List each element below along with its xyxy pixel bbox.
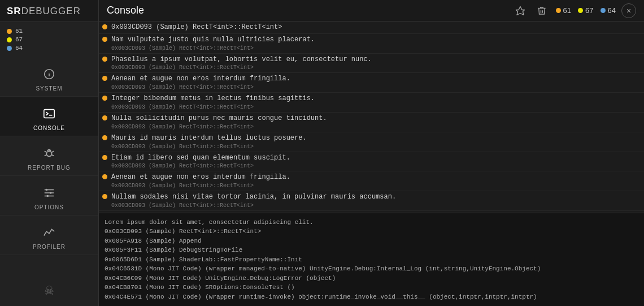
detail-line-8: 0x04CB8701 (Mono JIT Code) SROptions:Con… <box>105 283 638 292</box>
log-dot-orange <box>102 194 107 199</box>
log-entry[interactable]: Integer bibendum metus in lectus finibus… <box>99 93 644 113</box>
topbar-dot-orange <box>556 8 561 13</box>
detail-line-1: Lorem ipsum dolor sit amet, consectetur … <box>105 218 638 227</box>
log-sub-text: 0x003CD093 (Sample) RectT<int>::RectT<in… <box>111 202 639 209</box>
log-entry[interactable]: Etiam id libero sed quam elementum susci… <box>99 152 644 172</box>
log-main-text: Nam vulputate justo quis nulla ultricies… <box>111 35 639 45</box>
log-text-block: Nam vulputate justo quis nulla ultricies… <box>111 35 639 52</box>
log-entry[interactable]: Phasellus a ipsum volutpat, lobortis vel… <box>99 54 644 74</box>
log-dot-orange <box>102 135 107 140</box>
sidebar-item-console[interactable]: CONSOLE <box>0 97 98 136</box>
pin-button[interactable] <box>512 3 529 18</box>
log-sub-text: 0x003CD093 (Sample) RectT<int>::RectT<in… <box>111 162 639 170</box>
log-dot-orange <box>102 24 107 29</box>
close-button[interactable]: × <box>621 3 636 18</box>
log-entry[interactable]: 0x003CD093 (Sample) RectT<int>::RectT<in… <box>99 21 644 34</box>
info-icon <box>39 64 59 84</box>
detail-panel: Lorem ipsum dolor sit amet, consectetur … <box>99 213 644 307</box>
log-text-block: Aenean et augue non eros interdum fringi… <box>111 74 639 91</box>
log-sub-text: 0x003CD093 (Sample) RectT<int>::RectT<in… <box>111 182 639 189</box>
sidebar-label-report-bug: REPORT BUG <box>28 165 71 171</box>
count-orange: 61 <box>15 28 23 35</box>
detail-line-9: 0x04C4E571 (Mono JIT Code) (wrapper runt… <box>105 292 638 302</box>
log-main-text: Nullam sodales nisi vitae tortor lacinia… <box>111 192 639 202</box>
options-icon <box>39 183 59 203</box>
detail-line-3: 0x005FA918 (Sample) Append <box>105 236 638 246</box>
log-dot-orange <box>102 155 107 160</box>
badge-blue: 64 <box>7 45 23 51</box>
log-sub-text: 0x003CD093 (Sample) RectT<int>::RectT<in… <box>111 104 639 111</box>
log-sub-text: 0x003CD093 (Sample) RectT<int>::RectT<in… <box>111 123 639 131</box>
sidebar-label-options: OPTIONS <box>34 204 64 210</box>
log-entry[interactable]: Nullam sodales nisi vitae tortor lacinia… <box>99 191 644 211</box>
log-dot-orange <box>102 57 107 62</box>
trash-icon <box>537 6 547 16</box>
logo-text: SRDEBUGGER <box>7 6 81 17</box>
log-main-text: 0x003CD093 (Sample) RectT<int>::RectT<in… <box>111 23 639 32</box>
svg-point-5 <box>46 151 51 156</box>
log-dot-orange <box>102 76 107 81</box>
log-entry[interactable]: Nam vulputate justo quis nulla ultricies… <box>99 34 644 54</box>
log-dot-orange <box>102 115 107 120</box>
svg-point-14 <box>46 189 48 191</box>
badge-yellow: 67 <box>7 36 23 43</box>
topbar: Console 61 67 64 × <box>99 0 644 21</box>
sidebar-item-report-bug[interactable]: REPORT BUG <box>0 136 98 176</box>
log-sub-text: 0x003CD093 (Sample) RectT<int>::RectT<in… <box>111 84 639 91</box>
clear-button[interactable] <box>533 3 550 18</box>
dot-blue <box>7 46 12 51</box>
sidebar-item-system[interactable]: SYSTEM <box>0 57 98 97</box>
svg-line-8 <box>52 151 54 152</box>
sidebar-label-console: CONSOLE <box>33 125 65 131</box>
logo-debugger: DEBUGGER <box>21 6 81 16</box>
log-text-block: Mauris id mauris interdum tellus luctus … <box>111 133 639 150</box>
log-list[interactable]: 0x003CD093 (Sample) RectT<int>::RectT<in… <box>99 21 644 213</box>
log-text-block: Etiam id libero sed quam elementum susci… <box>111 153 639 170</box>
dot-orange <box>7 29 12 34</box>
sidebar-item-profiler[interactable]: PROFILER <box>0 216 98 255</box>
figure-icon: ☠ <box>39 280 59 300</box>
detail-line-2: 0x003CD093 (Sample) RectT<int>::RectT<in… <box>105 227 638 236</box>
close-icon: × <box>626 6 631 15</box>
log-text-block: Phasellus a ipsum volutpat, lobortis vel… <box>111 55 639 72</box>
svg-point-16 <box>46 195 49 197</box>
profiler-icon <box>39 222 59 243</box>
log-main-text: Integer bibendum metus in lectus finibus… <box>111 94 639 104</box>
console-area: 0x003CD093 (Sample) RectT<int>::RectT<in… <box>99 21 644 306</box>
topbar-count-blue: 64 <box>608 6 616 15</box>
pin-icon <box>515 6 525 16</box>
sidebar-item-options[interactable]: OPTIONS <box>0 176 98 216</box>
log-sub-text: 0x003CD093 (Sample) RectT<int>::RectT<in… <box>111 64 639 71</box>
log-entry[interactable]: Aenean et augue non eros interdum fringi… <box>99 73 644 93</box>
detail-line-6: 0x04C6531D (Mono JIT Code) (wrapper mana… <box>105 264 638 274</box>
svg-line-9 <box>45 155 47 156</box>
log-sub-text: 0x003CD093 (Sample) RectT<int>::RectT<in… <box>111 143 639 150</box>
log-text-block: Nullam sodales nisi vitae tortor lacinia… <box>111 192 639 209</box>
log-entry[interactable]: Mauris id mauris interdum tellus luctus … <box>99 132 644 152</box>
logo-sr: SR <box>7 6 21 16</box>
count-blue-badge: 64 <box>601 6 616 15</box>
badge-orange: 61 <box>7 28 23 35</box>
log-entry[interactable]: Nulla sollicitudin purus nec mauris cong… <box>99 113 644 132</box>
log-main-text: Aenean et augue non eros interdum fringi… <box>111 173 639 182</box>
dot-yellow <box>7 37 12 42</box>
logo: SRDEBUGGER <box>0 0 98 22</box>
svg-point-15 <box>50 192 52 194</box>
log-entry[interactable]: Aenean et augue non eros interdum fringi… <box>99 171 644 191</box>
log-text-block: 0x003CD093 (Sample) RectT<int>::RectT<in… <box>111 23 639 32</box>
count-blue: 64 <box>15 45 23 51</box>
topbar-count-yellow: 67 <box>585 6 593 15</box>
detail-line-7: 0x04CB6C09 (Mono JIT Code) UnityEngine.D… <box>105 274 638 283</box>
svg-line-10 <box>52 155 54 156</box>
sidebar: SRDEBUGGER 61 67 64 SYSTEM CONSOLE <box>0 0 99 306</box>
log-main-text: Phasellus a ipsum volutpat, lobortis vel… <box>111 55 639 64</box>
sidebar-label-profiler: PROFILER <box>33 244 66 250</box>
sidebar-bottom: ☠ <box>0 274 98 306</box>
count-orange-badge: 61 <box>556 6 571 15</box>
log-dot-orange <box>102 37 107 42</box>
main-area: Console 61 67 64 × <box>99 0 644 306</box>
detail-line-5: 0x0065D6D1 (Sample) ShaderLab::FastPrope… <box>105 255 638 265</box>
svg-rect-3 <box>44 110 54 118</box>
badge-row: 61 67 64 <box>0 22 29 57</box>
count-yellow: 67 <box>15 36 23 43</box>
